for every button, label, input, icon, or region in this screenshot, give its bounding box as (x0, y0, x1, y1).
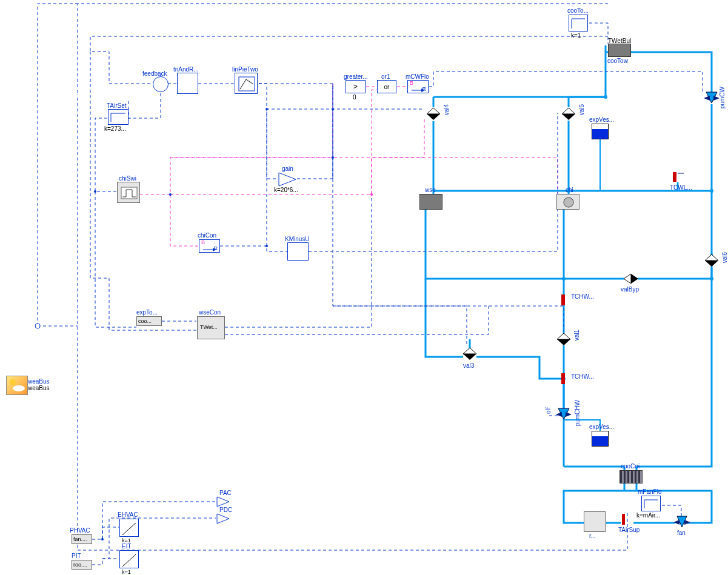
block-mCWFlo[interactable]: B R (407, 80, 429, 93)
svg-point-26 (564, 198, 573, 207)
block-weaBus[interactable] (6, 376, 28, 395)
svg-point-10 (567, 189, 570, 193)
svg-point-12 (604, 95, 607, 99)
block-valByp[interactable] (623, 271, 640, 286)
svg-point-1 (332, 156, 334, 159)
svg-point-7 (562, 277, 566, 281)
svg-marker-34 (557, 333, 570, 339)
svg-marker-25 (279, 173, 296, 186)
svg-point-47 (13, 385, 25, 391)
block-wseCon[interactable]: TWet... (197, 316, 225, 339)
block-PHVAC[interactable]: fan.... (72, 534, 92, 544)
block-wse[interactable] (419, 194, 442, 210)
block-expVes2[interactable] (592, 431, 609, 447)
block-gain[interactable] (278, 171, 298, 187)
svg-point-5 (94, 190, 96, 193)
block-TAirSet[interactable] (108, 109, 129, 125)
block-mFanFlo[interactable] (641, 496, 661, 511)
svg-marker-20 (427, 108, 440, 114)
or1-text: or (384, 84, 390, 90)
svg-marker-49 (217, 514, 229, 523)
block-greater[interactable]: > (346, 80, 366, 93)
block-or1[interactable]: or (377, 80, 396, 93)
svg-marker-28 (213, 248, 216, 251)
svg-point-9 (710, 277, 713, 281)
expTo-text: coo... (138, 318, 152, 324)
svg-rect-38 (561, 373, 565, 384)
diagram-canvas: cooTo... k=1 cooTow TWetBul pumCW feedba… (0, 0, 728, 575)
block-PIT[interactable]: roo.... (72, 560, 92, 570)
svg-rect-42 (622, 514, 625, 525)
block-room[interactable] (584, 511, 606, 532)
block-val6[interactable] (703, 253, 721, 268)
svg-point-46 (10, 379, 16, 385)
block-expTo[interactable]: coo... (136, 316, 162, 326)
svg-marker-19 (421, 88, 425, 92)
block-val5[interactable] (559, 107, 578, 121)
svg-point-0 (332, 108, 334, 110)
svg-point-6 (101, 538, 104, 540)
svg-marker-29 (705, 254, 718, 261)
block-pumCHW[interactable] (555, 407, 573, 422)
block-TCHW-upper[interactable] (553, 293, 567, 305)
svg-rect-18 (239, 77, 255, 91)
svg-marker-40 (556, 412, 562, 417)
block-expVes1[interactable] (592, 124, 609, 139)
svg-point-3 (265, 245, 268, 247)
block-chi[interactable] (556, 194, 579, 210)
svg-marker-44 (673, 520, 680, 525)
svg-rect-33 (561, 294, 565, 305)
svg-rect-27 (673, 172, 676, 182)
block-feedback[interactable] (153, 76, 169, 92)
svg-point-11 (710, 189, 713, 193)
block-TCHW-lower[interactable] (553, 372, 567, 384)
block-pumCW[interactable] (703, 91, 721, 105)
block-cooTow[interactable] (608, 44, 631, 57)
block-cooTo[interactable] (569, 15, 588, 32)
wseCon-text: TWet... (200, 324, 218, 330)
svg-marker-32 (631, 274, 638, 284)
block-triAndR[interactable] (177, 73, 198, 94)
PHVAC-text: fan.... (73, 536, 87, 542)
svg-marker-31 (624, 274, 631, 284)
block-EHVAC[interactable] (119, 519, 139, 537)
block-chiSwi[interactable] (117, 182, 140, 203)
svg-point-14 (370, 193, 373, 196)
block-val4[interactable] (424, 107, 442, 121)
svg-marker-22 (562, 108, 575, 114)
block-TCWL[interactable] (672, 171, 686, 184)
block-cooCoi[interactable] (619, 470, 643, 484)
block-val3[interactable] (461, 347, 479, 361)
svg-marker-48 (217, 497, 229, 507)
PIT-text: roo.... (73, 562, 87, 568)
svg-point-13 (35, 324, 40, 328)
block-KMinusU[interactable] (287, 242, 309, 261)
block-TAirSup[interactable] (621, 513, 634, 525)
svg-marker-16 (704, 96, 710, 101)
svg-marker-21 (427, 114, 440, 120)
block-EIT[interactable] (119, 550, 139, 568)
svg-marker-17 (713, 96, 720, 101)
block-val1[interactable] (555, 332, 573, 347)
block-linPieTwo[interactable] (235, 73, 258, 94)
svg-marker-36 (463, 348, 476, 354)
svg-marker-41 (566, 412, 572, 417)
svg-marker-45 (684, 520, 690, 525)
svg-marker-23 (562, 114, 575, 120)
block-fan[interactable] (673, 515, 690, 530)
svg-marker-35 (557, 339, 570, 345)
svg-point-2 (265, 108, 268, 110)
svg-point-4 (169, 193, 172, 196)
svg-marker-30 (705, 261, 718, 267)
svg-marker-37 (463, 354, 476, 360)
block-chiCon[interactable]: B R (199, 239, 220, 253)
